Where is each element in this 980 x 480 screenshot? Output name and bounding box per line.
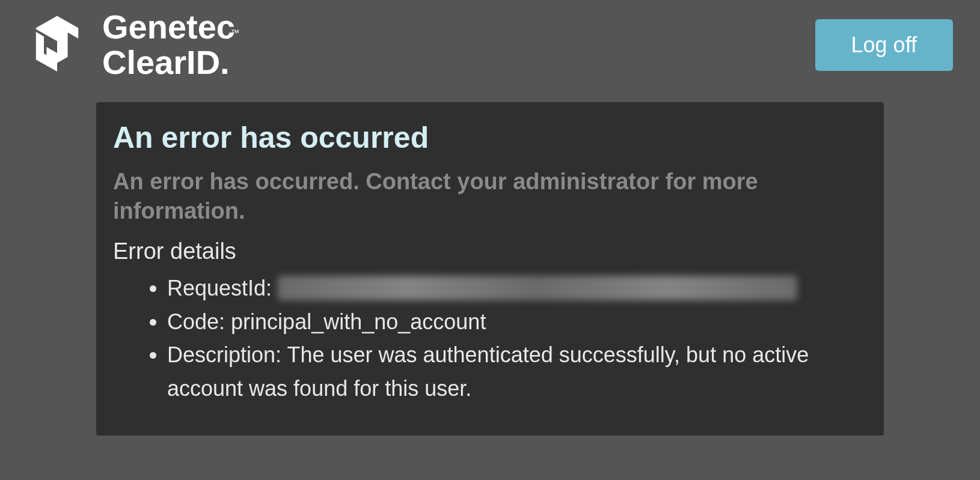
error-panel: An error has occurred An error has occur…	[96, 102, 884, 436]
error-subtitle: An error has occurred. Contact your admi…	[113, 167, 867, 226]
logoff-button[interactable]: Log off	[815, 19, 953, 71]
error-description-item: Description: The user was authenticated …	[167, 338, 867, 406]
error-title: An error has occurred	[113, 120, 867, 155]
brand-line2: ClearID.™	[102, 45, 243, 81]
error-details-list: RequestId: ████████-████-████-████-█████…	[113, 272, 867, 406]
code-value: principal_with_no_account	[231, 309, 486, 334]
header-bar: Genetec™ ClearID.™ Log off	[0, 0, 980, 90]
brand-logo-text: Genetec™ ClearID.™	[102, 10, 243, 81]
request-id-value: ████████-████-████-████-████████████	[278, 276, 797, 300]
brand-logo-area: Genetec™ ClearID.™	[21, 9, 243, 81]
brand-logo-icon	[21, 9, 93, 81]
code-label: Code:	[167, 309, 225, 334]
error-code-item: Code: principal_with_no_account	[167, 305, 867, 339]
description-label: Description:	[167, 342, 281, 367]
error-details-heading: Error details	[113, 238, 867, 264]
brand-line1: Genetec™	[102, 10, 243, 45]
request-id-label: RequestId:	[167, 276, 272, 300]
error-request-id-item: RequestId: ████████-████-████-████-█████…	[167, 272, 867, 305]
